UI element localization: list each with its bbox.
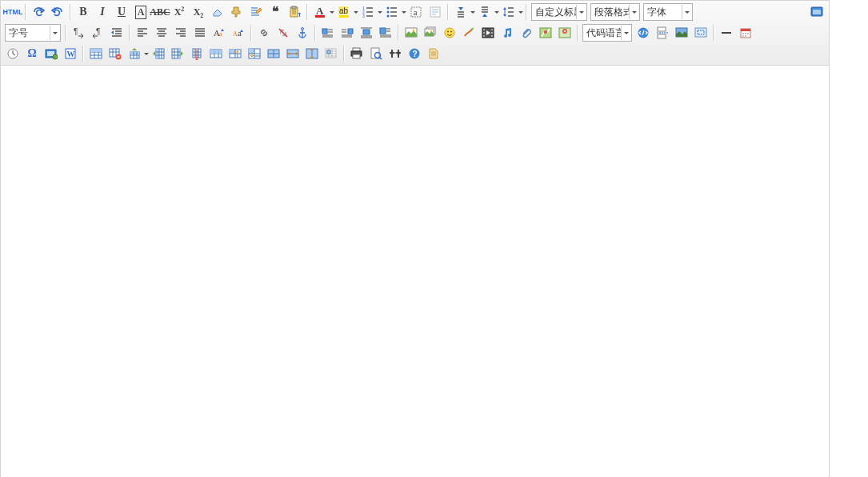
- pasteplain-button[interactable]: T: [286, 3, 303, 21]
- multi-image-button[interactable]: [422, 24, 439, 42]
- image-left-button[interactable]: [319, 24, 337, 42]
- help-button[interactable]: ?: [406, 45, 423, 62]
- insert-image-button[interactable]: [402, 24, 420, 42]
- insert-row-dropdown[interactable]: [143, 46, 149, 62]
- justify-left-button[interactable]: [134, 24, 151, 42]
- undo-button[interactable]: [30, 3, 47, 21]
- date-button[interactable]: [737, 24, 754, 42]
- horizontal-rule-button[interactable]: [718, 24, 735, 42]
- selectall-button[interactable]: a: [407, 3, 425, 21]
- table-icon: [90, 47, 102, 60]
- ordered-list-button[interactable]: 123: [359, 3, 377, 21]
- anchor-button[interactable]: [294, 24, 311, 42]
- insert-music-button[interactable]: [498, 24, 516, 42]
- rowspacing-bottom-dropdown[interactable]: [494, 4, 499, 20]
- edit-area[interactable]: [1, 66, 829, 477]
- bold-button[interactable]: B: [74, 3, 92, 21]
- justify-center-button[interactable]: [153, 24, 170, 42]
- insert-row-before-button[interactable]: [126, 45, 143, 62]
- insert-video-button[interactable]: [479, 24, 497, 42]
- blockquote-button[interactable]: ❝: [266, 3, 284, 21]
- source-button[interactable]: HTML: [4, 3, 22, 21]
- indent-button[interactable]: [108, 24, 126, 42]
- forecolor-dropdown[interactable]: [329, 4, 334, 20]
- ordered-list-dropdown[interactable]: [377, 4, 382, 20]
- special-char-button[interactable]: Ω: [23, 45, 41, 62]
- backcolor-dropdown[interactable]: [353, 4, 358, 20]
- insert-paragraph-button[interactable]: [426, 3, 444, 21]
- tolowercase-button[interactable]: Aa: [230, 24, 247, 42]
- insert-col-after-button[interactable]: [169, 45, 186, 62]
- merge-right-button[interactable]: [226, 45, 244, 62]
- background-button[interactable]: [673, 24, 690, 42]
- fontborder-button[interactable]: A: [132, 3, 150, 21]
- image-center-button[interactable]: [358, 24, 375, 42]
- emotion-button[interactable]: [441, 24, 458, 42]
- format-match-button[interactable]: [228, 3, 246, 21]
- italic-button[interactable]: I: [94, 3, 111, 21]
- font-size-combo[interactable]: 字号: [5, 24, 61, 42]
- help-icon: ?: [408, 47, 421, 60]
- preview-icon: [370, 47, 382, 60]
- autotypeset-button[interactable]: [247, 3, 265, 21]
- time-button[interactable]: [4, 45, 22, 62]
- print-button[interactable]: [348, 45, 366, 62]
- insert-code-button[interactable]: [634, 24, 652, 42]
- svg-point-86: [396, 52, 401, 54]
- scrawl-button[interactable]: [460, 24, 478, 42]
- snapscreen-button[interactable]: [692, 24, 710, 42]
- preview-button[interactable]: [367, 45, 385, 62]
- svg-rect-82: [353, 54, 360, 58]
- unlink-button[interactable]: [274, 24, 292, 42]
- unordered-list-button[interactable]: [383, 3, 401, 21]
- lineheight-button[interactable]: [500, 3, 518, 21]
- subscript-button[interactable]: X2: [190, 3, 207, 21]
- font-family-combo[interactable]: 字体: [643, 3, 693, 21]
- insert-col-before-button[interactable]: [150, 45, 167, 62]
- merge-cells-button[interactable]: [207, 45, 225, 62]
- remove-format-button[interactable]: [209, 3, 226, 21]
- strikethrough-button[interactable]: ABC: [151, 3, 169, 21]
- svg-rect-45: [658, 34, 666, 38]
- link-button[interactable]: [255, 24, 273, 42]
- direction-rtl-button[interactable]: ¶: [89, 24, 106, 42]
- search-replace-button[interactable]: [386, 45, 404, 62]
- image-right-button[interactable]: [338, 24, 356, 42]
- rowspacing-top-button[interactable]: [452, 3, 470, 21]
- table-dragsort-button[interactable]: [322, 45, 340, 62]
- touppercase-button[interactable]: Aa: [210, 24, 228, 42]
- aligncenter-icon: [155, 26, 168, 39]
- delete-col-button[interactable]: [188, 45, 206, 62]
- wordimage-button[interactable]: W: [62, 45, 79, 62]
- pagebreak-button[interactable]: [654, 24, 671, 42]
- forecolor-button[interactable]: A: [311, 3, 329, 21]
- unordered-list-dropdown[interactable]: [401, 4, 406, 20]
- svg-point-35: [445, 28, 454, 38]
- custom-heading-combo[interactable]: 自定义标题: [531, 3, 587, 21]
- rowspacing-bottom-button[interactable]: [476, 3, 494, 21]
- direction-ltr-button[interactable]: ¶: [70, 24, 87, 42]
- delete-table-button[interactable]: [106, 45, 124, 62]
- fullscreen-button[interactable]: [808, 3, 826, 21]
- split-rows-button[interactable]: [284, 45, 302, 62]
- superscript-button[interactable]: X2: [170, 3, 188, 21]
- split-cells-button[interactable]: [265, 45, 282, 62]
- snapscreen2-button[interactable]: [42, 45, 60, 62]
- justify-full-button[interactable]: [191, 24, 209, 42]
- merge-down-button[interactable]: [246, 45, 263, 62]
- map-button[interactable]: [537, 24, 554, 42]
- insert-table-button[interactable]: [87, 45, 105, 62]
- split-cols-button[interactable]: [303, 45, 321, 62]
- template-button[interactable]: [425, 45, 442, 62]
- justify-right-button[interactable]: [172, 24, 190, 42]
- lineheight-dropdown[interactable]: [518, 4, 523, 20]
- gmap-button[interactable]: [556, 24, 574, 42]
- backcolor-button[interactable]: ab: [335, 3, 353, 21]
- rowspacing-top-dropdown[interactable]: [470, 4, 475, 20]
- code-language-combo[interactable]: 代码语言: [582, 24, 632, 42]
- image-none-button[interactable]: [377, 24, 394, 42]
- attachment-button[interactable]: [518, 24, 535, 42]
- paragraph-format-combo[interactable]: 段落格式: [590, 3, 640, 21]
- redo-button[interactable]: [49, 3, 66, 21]
- underline-button[interactable]: U: [113, 3, 130, 21]
